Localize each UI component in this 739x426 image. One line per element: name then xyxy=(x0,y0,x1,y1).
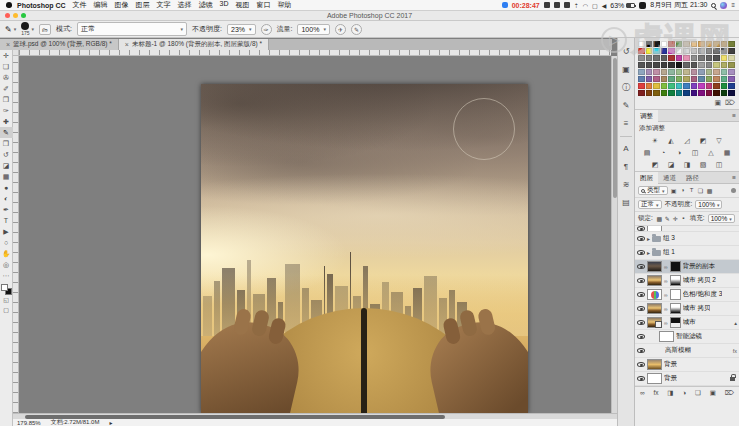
eraser-tool[interactable]: ◪ xyxy=(0,160,13,171)
menu-extra-icon[interactable] xyxy=(544,2,550,8)
layer-mask-thumbnail[interactable] xyxy=(670,303,681,314)
color-swatch[interactable] xyxy=(691,55,698,61)
color-swatch[interactable] xyxy=(661,90,668,96)
layer-visibility-eye[interactable] xyxy=(637,334,645,339)
adjustment-icon[interactable]: ◭ xyxy=(666,136,677,146)
color-swatch[interactable] xyxy=(638,69,645,75)
new-adjustment-icon[interactable]: ◑ xyxy=(682,389,686,397)
color-swatch[interactable] xyxy=(646,76,653,82)
layer-thumbnail[interactable] xyxy=(659,331,674,342)
color-swatch[interactable] xyxy=(683,76,690,82)
layer-visibility-eye[interactable] xyxy=(637,292,645,297)
color-swatch[interactable] xyxy=(691,62,698,68)
panel-menu-icon[interactable]: ≡ xyxy=(732,112,736,119)
color-swatch[interactable] xyxy=(706,55,713,61)
lock-pixels-icon[interactable]: ✎ xyxy=(664,215,671,222)
pressure-size-icon[interactable]: ✎ xyxy=(351,24,362,35)
color-swatch[interactable] xyxy=(691,90,698,96)
layer-visibility-eye[interactable] xyxy=(637,236,645,241)
color-swatch[interactable] xyxy=(646,41,653,47)
info-panel-icon[interactable]: ⓘ xyxy=(619,82,633,94)
color-swatch[interactable] xyxy=(676,69,683,75)
layer-row-背景[interactable]: 背景 xyxy=(635,358,739,372)
adjustment-icon[interactable]: ▧ xyxy=(698,160,709,170)
new-group-icon[interactable]: ❏ xyxy=(695,389,701,397)
color-swatch[interactable] xyxy=(706,48,713,54)
layer-row-城市[interactable]: ∞城市▴ xyxy=(635,316,739,330)
color-swatch[interactable] xyxy=(683,69,690,75)
menu-item-3D[interactable]: 3D xyxy=(220,0,229,10)
color-swatch[interactable] xyxy=(676,41,683,47)
brush-tool[interactable]: ✎ xyxy=(0,127,13,138)
quick-selection-tool[interactable]: ✐ xyxy=(0,83,13,94)
adjustment-icon[interactable]: ◿ xyxy=(682,136,693,146)
close-tab-icon[interactable]: × xyxy=(6,41,10,48)
tab-图层[interactable]: 图层 xyxy=(635,172,658,184)
character-panel-icon[interactable]: A xyxy=(619,143,633,155)
color-swatch[interactable] xyxy=(653,69,660,75)
panel-menu-icon[interactable]: ≡ xyxy=(732,174,736,181)
add-mask-icon[interactable]: ◨ xyxy=(667,389,673,397)
layer-thumbnail[interactable] xyxy=(647,261,662,272)
layer-blend-mode-select[interactable]: 正常 ▾ xyxy=(638,200,662,209)
color-swatch[interactable] xyxy=(668,69,675,75)
layer-visibility-eye[interactable] xyxy=(637,264,645,269)
layer-mask-thumbnail[interactable] xyxy=(670,275,681,286)
color-swatch[interactable] xyxy=(646,55,653,61)
color-swatch[interactable] xyxy=(668,55,675,61)
color-swatch[interactable] xyxy=(706,62,713,68)
layer-style-icon[interactable]: fx xyxy=(653,389,658,397)
color-swatch[interactable] xyxy=(713,69,720,75)
color-swatch[interactable] xyxy=(713,83,720,89)
layer-row-城市 拷贝 2[interactable]: ∞城市 拷贝 2 xyxy=(635,274,739,288)
color-swatch[interactable] xyxy=(646,69,653,75)
color-swatch[interactable] xyxy=(661,55,668,61)
airbrush-icon[interactable]: ✈ xyxy=(335,24,346,35)
menu-item-文件[interactable]: 文件 xyxy=(73,0,87,10)
layer-mask-thumbnail[interactable] xyxy=(670,261,681,272)
color-swatch[interactable] xyxy=(721,69,728,75)
menu-item-图层[interactable]: 图层 xyxy=(136,0,150,10)
hand-tool[interactable]: ✋ xyxy=(0,248,13,259)
color-swatch[interactable] xyxy=(691,41,698,47)
layer-thumbnail[interactable] xyxy=(647,303,662,314)
color-swatch[interactable] xyxy=(676,83,683,89)
color-swatch[interactable] xyxy=(653,55,660,61)
layer-visibility-eye[interactable] xyxy=(637,226,645,231)
color-swatch[interactable] xyxy=(698,90,705,96)
document-tab-1[interactable]: ×篮球.psd @ 100% (背景, RGB/8) * xyxy=(0,39,119,50)
clone-stamp-tool[interactable]: ❒ xyxy=(0,138,13,149)
tab-通道[interactable]: 通道 xyxy=(658,172,681,184)
adjustment-icon[interactable]: △ xyxy=(706,148,717,158)
tool-preset-picker[interactable]: ✎ ▾ xyxy=(5,25,16,34)
color-swatch[interactable] xyxy=(706,76,713,82)
color-swatch[interactable] xyxy=(661,69,668,75)
shape-filter-icon[interactable]: ❏ xyxy=(697,187,705,194)
color-swatch[interactable] xyxy=(638,83,645,89)
color-swatch[interactable] xyxy=(683,41,690,47)
zoom-level[interactable]: 179.85% xyxy=(17,420,41,426)
menu-item-编辑[interactable]: 编辑 xyxy=(94,0,108,10)
layer-thumbnail[interactable] xyxy=(647,275,662,286)
tool-presets-panel-icon[interactable]: ≡ xyxy=(619,118,633,130)
adjustment-icon[interactable]: ◩ xyxy=(698,136,709,146)
color-swatch[interactable] xyxy=(676,76,683,82)
mask-link-icon[interactable]: ∞ xyxy=(664,292,668,298)
gradient-tool[interactable]: ▦ xyxy=(0,171,13,182)
layer-visibility-eye[interactable] xyxy=(637,376,645,381)
color-swatch[interactable] xyxy=(728,48,735,54)
layer-row-组 3[interactable]: ▸组 3 xyxy=(635,232,739,246)
layer-row-背景的副本[interactable]: ∞背景的副本 xyxy=(635,260,739,274)
adjustment-icon[interactable]: ◪ xyxy=(666,160,677,170)
history-brush-tool[interactable]: ↺ xyxy=(0,149,13,160)
color-swatch[interactable] xyxy=(653,62,660,68)
layer-opacity-select[interactable]: 100% ▾ xyxy=(695,200,722,209)
color-swatch[interactable] xyxy=(668,90,675,96)
marquee-tool[interactable]: ❏ xyxy=(0,61,13,72)
dodge-tool[interactable]: ◐ xyxy=(0,193,13,204)
layer-row-高斯模糊[interactable]: 高斯模糊fx xyxy=(635,344,739,358)
color-swatch[interactable] xyxy=(713,62,720,68)
color-swatch[interactable] xyxy=(653,76,660,82)
color-swatch[interactable] xyxy=(691,48,698,54)
color-swatch[interactable] xyxy=(691,69,698,75)
